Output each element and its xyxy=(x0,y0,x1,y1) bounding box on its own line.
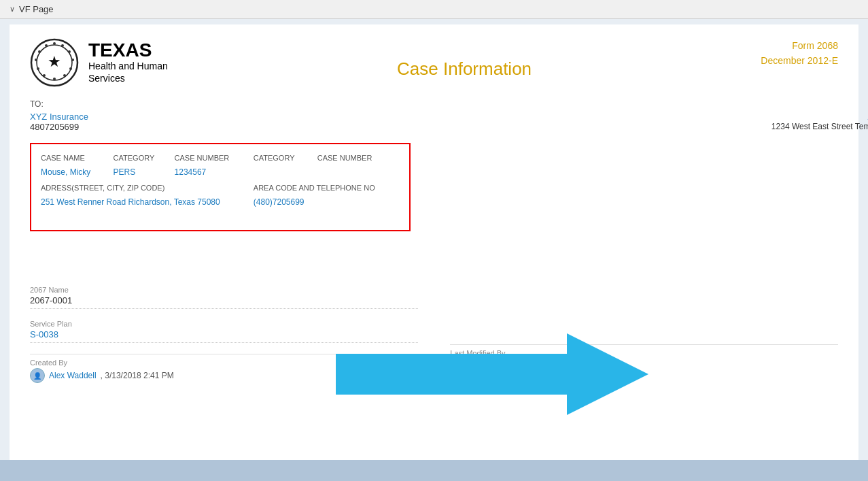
field-group-2067name: 2067 Name 2067-0001 xyxy=(30,286,418,309)
col-category1: CATEGORY xyxy=(114,151,175,165)
top-bar-label: VF Page xyxy=(19,4,54,14)
svg-point-6 xyxy=(71,59,74,61)
svg-point-8 xyxy=(63,74,66,77)
svg-marker-15 xyxy=(336,333,648,415)
table-container: CASE NAME CATEGORY CASE NUMBER CATEGORY … xyxy=(30,143,411,231)
logo-subtitle2: Services xyxy=(88,72,168,84)
label-serviceplan: Service Plan xyxy=(30,320,418,328)
case-info-title: Case Information xyxy=(397,59,532,80)
logo-circle: ★ xyxy=(30,38,79,87)
svg-text:★: ★ xyxy=(48,53,61,70)
logo-svg: ★ xyxy=(30,38,79,87)
form-line1: Form 2068 xyxy=(761,38,838,53)
svg-point-10 xyxy=(43,74,46,77)
from-address: 1234 West East Street Tempe, AZ 85281 xyxy=(555,122,868,131)
created-by-avatar: 👤 xyxy=(30,368,45,383)
row1-category2 xyxy=(254,165,317,180)
addr-header-row: ADRESS(STREET, CITY, ZIP CODE) AREA CODE… xyxy=(41,180,400,195)
empty-row xyxy=(41,210,400,223)
logo-subtitle1: Health and Human xyxy=(88,60,168,72)
created-by-date: , 3/13/2018 2:41 PM xyxy=(101,371,174,380)
logo-texas: TEXAS xyxy=(88,41,168,60)
from-label: FROM: xyxy=(555,99,868,109)
addr-value-row: 251 West Renner Road Richardson, Texas 7… xyxy=(41,195,400,210)
form-line2: December 2012-E xyxy=(761,53,838,68)
arrow-area xyxy=(336,333,648,417)
from-section: FROM: Alex Waddell 1234 West East Street… xyxy=(555,99,868,132)
to-phone: 4807205699 xyxy=(30,122,394,132)
svg-point-11 xyxy=(37,67,39,70)
svg-point-12 xyxy=(35,59,37,61)
svg-point-9 xyxy=(53,78,56,80)
svg-point-3 xyxy=(53,42,56,45)
row1-case-number2 xyxy=(317,165,400,180)
to-from-area: TO: XYZ Insurance 4807205699 FROM: Alex … xyxy=(30,99,838,132)
main-page: ★ xyxy=(10,24,858,460)
row1-category: PERS xyxy=(114,165,175,180)
svg-point-13 xyxy=(38,50,41,53)
header-area: ★ xyxy=(30,38,838,87)
right-arrow-svg xyxy=(336,333,648,415)
addr-value: 251 West Renner Road Richardson, Texas 7… xyxy=(41,195,254,210)
addr-header1: ADRESS(STREET, CITY, ZIP CODE) xyxy=(41,180,254,195)
addr-header2: AREA CODE AND TELEPHONE NO xyxy=(254,180,400,195)
table-row-1: Mouse, Micky PERS 1234567 xyxy=(41,165,400,180)
svg-point-5 xyxy=(68,50,71,53)
from-name: Alex Waddell xyxy=(555,112,868,122)
value-2067name: 2067-0001 xyxy=(30,295,418,309)
svg-point-7 xyxy=(69,67,72,70)
col-case-number1: CASE NUMBER xyxy=(175,151,254,165)
logo-text: TEXAS Health and Human Services xyxy=(88,41,168,84)
to-company: XYZ Insurance xyxy=(30,112,394,122)
label-2067name: 2067 Name xyxy=(30,286,418,294)
phone-value: (480)7205699 xyxy=(254,195,400,210)
svg-point-14 xyxy=(45,44,48,47)
col-case-name: CASE NAME xyxy=(41,151,114,165)
row1-case-number: 1234567 xyxy=(175,165,254,180)
row1-case-name[interactable]: Mouse, Micky xyxy=(41,165,114,180)
form-info: Form 2068 December 2012-E xyxy=(761,38,838,69)
col-case-number2: CASE NUMBER xyxy=(317,151,400,165)
created-by-name[interactable]: Alex Waddell xyxy=(49,371,97,380)
col-category2: CATEGORY xyxy=(254,151,317,165)
top-bar: ∨ VF Page xyxy=(0,0,868,19)
logo-area: ★ xyxy=(30,38,168,87)
collapse-chevron[interactable]: ∨ xyxy=(10,5,15,14)
svg-point-4 xyxy=(61,44,64,47)
case-table: CASE NAME CATEGORY CASE NUMBER CATEGORY … xyxy=(41,151,400,223)
to-section: TO: XYZ Insurance 4807205699 xyxy=(30,99,394,132)
to-label: TO: xyxy=(30,99,394,109)
